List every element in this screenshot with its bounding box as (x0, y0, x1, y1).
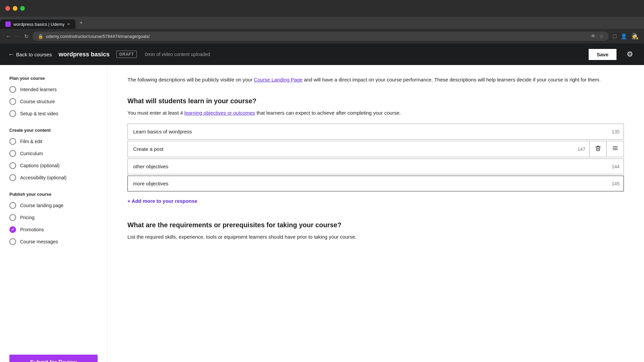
objective-field-1: 135 (127, 124, 624, 139)
main-layout: Plan your course Intended learners Cours… (0, 65, 644, 362)
back-to-courses-link[interactable]: ← Back to courses (8, 51, 52, 58)
window-controls (5, 6, 25, 11)
sidebar-label-course-landing-page: Course landing page (20, 203, 63, 208)
radio-curriculum (9, 150, 16, 157)
window-maximize-button[interactable] (20, 6, 25, 11)
intro-paragraph: The following descriptions will be publi… (127, 76, 624, 84)
app-header: ← Back to courses wordpress basics DRAFT… (0, 44, 644, 65)
char-count-3: 144 (608, 164, 624, 169)
sidebar-item-course-landing-page[interactable]: Course landing page (0, 199, 107, 212)
sidebar: Plan your course Intended learners Cours… (0, 65, 107, 362)
profile-icon[interactable]: 👤 (621, 33, 627, 40)
sidebar-label-course-structure: Course structure (20, 99, 55, 104)
lock-icon: 🔒 (38, 34, 43, 39)
url-bar-row: ← → ↻ 🔒 udemy.com/instructor/course/5784… (0, 29, 644, 44)
requirements-title: What are the requirements or prerequisit… (127, 221, 624, 229)
char-count-4: 145 (608, 181, 624, 186)
radio-promotions-checked (9, 226, 16, 233)
requirements-description: List the required skills, experience, to… (127, 233, 624, 241)
intro-text-after-link: and will have a direct impact on your co… (303, 77, 600, 82)
objective-input-4[interactable] (128, 176, 608, 191)
sidebar-label-intended-learners: Intended learners (20, 87, 57, 92)
objectives-section: What will students learn in your course?… (127, 97, 624, 208)
sidebar-label-promotions: Promotions (20, 227, 44, 232)
objective-field-4: 145 (127, 176, 624, 191)
objective-field-2: 147 (127, 141, 624, 157)
sidebar-label-course-messages: Course messages (20, 239, 58, 244)
window-minimize-button[interactable] (13, 6, 17, 11)
browser-tab-strip: wordpress basics | Udemy ✕ + (0, 17, 644, 29)
save-button[interactable]: Save (588, 48, 617, 61)
objective-input-2[interactable] (128, 141, 574, 157)
objectives-title: What will students learn in your course? (127, 97, 624, 105)
sidebar-item-course-structure[interactable]: Course structure (0, 96, 107, 108)
extensions-icon[interactable]: □ (613, 33, 616, 40)
back-button[interactable]: ← (5, 33, 11, 40)
forward-button[interactable]: → (14, 33, 20, 40)
delete-button-2[interactable] (589, 141, 606, 157)
objective-input-3[interactable] (128, 159, 608, 174)
sidebar-section-content-label: Create your content (0, 124, 107, 135)
back-to-courses-label: Back to courses (16, 52, 52, 57)
radio-course-landing-page (9, 202, 16, 209)
char-count-1: 135 (608, 129, 624, 134)
objective-input-1[interactable] (128, 124, 608, 139)
sidebar-item-course-messages[interactable]: Course messages (0, 236, 107, 248)
sidebar-item-promotions[interactable]: Promotions (0, 224, 107, 236)
char-count-2: 147 (574, 146, 589, 152)
star-icon[interactable]: ☆ (599, 33, 603, 39)
reload-button[interactable]: ↻ (24, 33, 29, 40)
active-tab[interactable]: wordpress basics | Udemy ✕ (0, 19, 75, 29)
sidebar-section-publish-label: Publish your course (0, 188, 107, 199)
url-bar-icons: 👁 ☆ (591, 33, 603, 39)
draft-badge: DRAFT (116, 51, 137, 58)
browser-top-bar (0, 0, 644, 17)
radio-film-edit (9, 138, 16, 145)
sidebar-label-curriculum: Curriculum (20, 151, 43, 156)
submit-btn-container: Submit for Review (0, 348, 107, 362)
radio-setup-test-video (9, 110, 16, 117)
objectives-desc-after: that learners can expect to achieve afte… (255, 110, 401, 116)
video-info: 0min of video content uploaded (145, 52, 210, 57)
sidebar-item-curriculum[interactable]: Curriculum (0, 147, 107, 160)
tab-close-icon[interactable]: ✕ (67, 22, 70, 26)
sidebar-label-pricing: Pricing (20, 215, 35, 220)
sidebar-item-accessibility[interactable]: Accessibility (optional) (0, 172, 107, 184)
main-content-area: The following descriptions will be publi… (107, 65, 644, 362)
tab-favicon-icon (5, 21, 11, 27)
new-tab-button[interactable]: + (75, 18, 87, 27)
objective-field-3: 144 (127, 159, 624, 174)
tab-title: wordpress basics | Udemy (13, 22, 64, 27)
sidebar-item-pricing[interactable]: Pricing (0, 212, 107, 224)
eye-off-icon: 👁 (591, 33, 596, 39)
sidebar-item-setup-test-video[interactable]: Setup & test video (0, 108, 107, 120)
requirements-section: What are the requirements or prerequisit… (127, 221, 624, 241)
radio-course-messages (9, 238, 16, 245)
radio-captions (9, 162, 16, 169)
radio-course-structure (9, 98, 16, 105)
sidebar-label-film-edit: Film & edit (20, 139, 42, 144)
incognito-icon: 🕵 (631, 33, 639, 40)
sidebar-label-setup-test-video: Setup & test video (20, 111, 58, 116)
submit-for-review-button[interactable]: Submit for Review (9, 355, 98, 362)
radio-pricing (9, 214, 16, 221)
objectives-desc-before: You must enter at least 4 (127, 110, 184, 116)
sidebar-nav: Plan your course Intended learners Cours… (0, 65, 107, 348)
add-more-button[interactable]: + Add more to your response (127, 194, 197, 208)
nav-arrows: ← → (5, 33, 20, 40)
back-arrow-icon: ← (8, 51, 14, 58)
radio-intended-learners (9, 86, 16, 93)
sidebar-section-plan-label: Plan your course (0, 72, 107, 83)
sidebar-label-accessibility: Accessibility (optional) (20, 175, 67, 180)
intro-text-before-link: The following descriptions will be publi… (127, 77, 254, 82)
drag-handle-button-2[interactable] (606, 141, 624, 157)
course-landing-page-link[interactable]: Course Landing Page (254, 77, 303, 82)
sidebar-item-captions[interactable]: Captions (optional) (0, 160, 107, 172)
settings-button[interactable]: ⚙ (624, 49, 636, 60)
course-title: wordpress basics (59, 51, 110, 58)
address-bar[interactable]: 🔒 udemy.com/instructor/course/5784474/ma… (33, 32, 609, 41)
sidebar-item-intended-learners[interactable]: Intended learners (0, 83, 107, 96)
sidebar-item-film-edit[interactable]: Film & edit (0, 135, 107, 147)
window-close-button[interactable] (5, 6, 10, 11)
learning-objectives-link[interactable]: learning objectives or outcomes (184, 110, 255, 116)
